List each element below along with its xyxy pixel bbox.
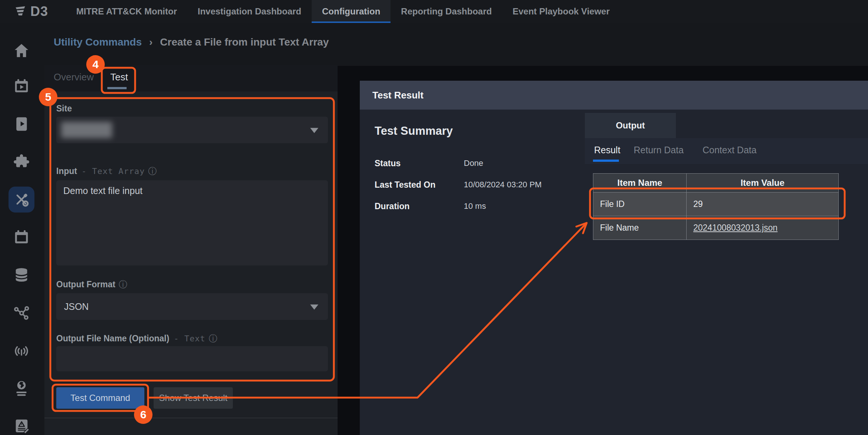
test-result-panel: Test Result Test Summary Status Done Las… bbox=[360, 81, 868, 435]
site-value-redacted bbox=[61, 122, 112, 138]
event-playbook-icon[interactable] bbox=[9, 73, 34, 99]
d3-logo-mark bbox=[13, 4, 28, 19]
info-icon[interactable]: ⓘ bbox=[119, 280, 127, 289]
step-badge-6: 6 bbox=[134, 405, 153, 424]
data-management-icon[interactable] bbox=[9, 262, 34, 288]
icon-sidebar bbox=[0, 23, 44, 435]
input-value: Demo text file input bbox=[63, 185, 143, 196]
output-format-dropdown[interactable]: JSON bbox=[56, 293, 328, 320]
top-nav: D3 MITRE ATT&CK Monitor Investigation Da… bbox=[0, 0, 868, 23]
info-icon[interactable]: ⓘ bbox=[148, 166, 157, 176]
table-header-row: Item Name Item Value bbox=[593, 174, 838, 192]
test-result-title: Test Result bbox=[372, 90, 423, 101]
tab-return-data[interactable]: Return Data bbox=[634, 145, 684, 155]
last-tested-on-value: 10/08/2024 03:20 PM bbox=[464, 180, 542, 190]
app-window: D3 MITRE ATT&CK Monitor Investigation Da… bbox=[0, 0, 868, 435]
input-type-hint: - Text Array bbox=[81, 167, 145, 176]
tab-output[interactable]: Output bbox=[585, 113, 676, 138]
schedule-icon[interactable] bbox=[9, 224, 34, 250]
nav-item-event-playbook-viewer[interactable]: Event Playbook Viewer bbox=[502, 0, 620, 23]
output-file-name-input[interactable] bbox=[56, 346, 328, 371]
tab-overview[interactable]: Overview bbox=[54, 71, 94, 83]
incident-report-icon[interactable] bbox=[9, 413, 34, 435]
integrations-icon[interactable] bbox=[9, 149, 34, 175]
site-label: Site bbox=[56, 104, 72, 114]
input-textarea[interactable]: Demo text file input bbox=[56, 180, 328, 265]
info-icon[interactable]: ⓘ bbox=[209, 334, 217, 343]
output-file-name-type-hint: - Text bbox=[174, 334, 205, 343]
output-file-name-label-text: Output File Name (Optional) bbox=[56, 334, 169, 343]
panel-divider bbox=[44, 418, 338, 418]
broadcast-icon[interactable] bbox=[9, 338, 34, 364]
input-label-text: Input bbox=[56, 166, 77, 176]
item-name-header: Item Name bbox=[593, 174, 686, 192]
nav-item-investigation-dashboard[interactable]: Investigation Dashboard bbox=[187, 0, 312, 23]
tab-result[interactable]: Result bbox=[594, 145, 620, 155]
last-tested-on-label: Last Tested On bbox=[375, 180, 435, 190]
command-test-panel: Overview Test Site Input- Text Arrayⓘ De… bbox=[44, 65, 338, 435]
site-label-text: Site bbox=[56, 104, 72, 113]
input-label: Input- Text Arrayⓘ bbox=[56, 165, 157, 177]
dropdown-caret-icon bbox=[310, 128, 318, 133]
site-dropdown[interactable] bbox=[56, 117, 328, 143]
nav-item-mitre-attck-monitor[interactable]: MITRE ATT&CK Monitor bbox=[66, 0, 187, 23]
nav-menu: MITRE ATT&CK Monitor Investigation Dashb… bbox=[66, 0, 620, 23]
step-badge-4: 4 bbox=[86, 55, 105, 74]
duration-value: 10 ms bbox=[464, 201, 486, 211]
file-name-name: File Name bbox=[593, 216, 686, 240]
playbook-library-icon[interactable] bbox=[9, 111, 34, 137]
output-format-label: Output Formatⓘ bbox=[56, 279, 127, 290]
breadcrumb-utility-commands[interactable]: Utility Commands bbox=[54, 36, 142, 48]
show-test-result-button[interactable]: Show Test Result bbox=[154, 387, 233, 409]
test-command-button[interactable]: Test Command bbox=[56, 387, 144, 409]
d3-logo-text: D3 bbox=[30, 4, 48, 19]
result-table: Item Name Item Value File ID 29 File Nam… bbox=[593, 173, 839, 240]
status-label: Status bbox=[375, 158, 401, 168]
tab-test-active-indicator bbox=[107, 87, 127, 89]
home-icon[interactable] bbox=[9, 38, 34, 64]
dropdown-caret-icon bbox=[310, 304, 318, 309]
breadcrumb: Utility Commands › Create a File from in… bbox=[54, 36, 329, 48]
tab-result-active-indicator bbox=[593, 160, 619, 162]
table-row-file-id: File ID 29 bbox=[593, 192, 838, 216]
item-value-header: Item Value bbox=[686, 174, 838, 192]
nav-item-reporting-dashboard[interactable]: Reporting Dashboard bbox=[391, 0, 502, 23]
status-value: Done bbox=[464, 158, 483, 168]
d3-logo[interactable]: D3 bbox=[0, 0, 66, 23]
output-format-label-text: Output Format bbox=[56, 280, 115, 289]
tab-context-data[interactable]: Context Data bbox=[703, 145, 757, 155]
step-badge-5: 5 bbox=[39, 88, 57, 106]
breadcrumb-chevron-icon: › bbox=[149, 36, 153, 48]
file-id-name: File ID bbox=[593, 193, 686, 216]
file-id-value: 29 bbox=[686, 193, 838, 216]
test-result-header: Test Result bbox=[360, 81, 868, 110]
output-file-name-label: Output File Name (Optional)- Textⓘ bbox=[56, 333, 217, 344]
link-analysis-icon[interactable] bbox=[9, 300, 34, 326]
duration-label: Duration bbox=[375, 201, 410, 211]
file-name-link[interactable]: 20241008032013.json bbox=[693, 223, 778, 233]
test-summary-title: Test Summary bbox=[375, 124, 453, 138]
table-row-file-name: File Name 20241008032013.json bbox=[593, 216, 838, 240]
utility-commands-icon[interactable] bbox=[9, 187, 34, 213]
nav-item-configuration[interactable]: Configuration bbox=[312, 0, 391, 23]
result-tabs-bar: Result Return Data Context Data bbox=[585, 138, 868, 164]
geolocation-icon[interactable] bbox=[9, 375, 34, 401]
tab-test[interactable]: Test bbox=[110, 71, 128, 83]
page-title: Create a File from input Text Array bbox=[160, 36, 329, 48]
output-format-value: JSON bbox=[64, 301, 89, 312]
